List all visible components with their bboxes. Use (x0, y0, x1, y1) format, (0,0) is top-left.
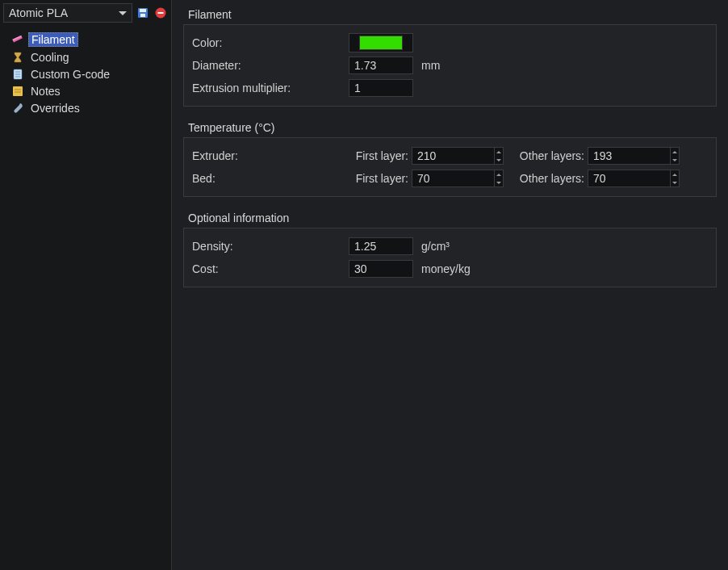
color-label: Color: (192, 36, 349, 49)
sidebar-item-label: Notes (28, 85, 63, 98)
svg-rect-1 (140, 9, 146, 12)
section-optional: Density: g/cm³ Cost: money/kg (183, 228, 717, 287)
first-layer-label: First layer: (349, 149, 412, 162)
toolbar: Atomic PLA (0, 0, 171, 26)
diameter-label: Diameter: (192, 59, 349, 72)
hourglass-icon (11, 51, 24, 64)
sidebar-item-cooling[interactable]: Cooling (8, 49, 165, 65)
spinner-buttons (494, 170, 503, 187)
spin-down-icon[interactable] (495, 178, 503, 187)
section-title-filament: Filament (183, 8, 717, 21)
first-layer-label: First layer: (349, 172, 412, 185)
cost-label: Cost: (192, 262, 349, 275)
minus-circle-icon (154, 6, 167, 19)
extruder-other-input[interactable] (588, 148, 670, 164)
cost-unit: money/kg (421, 262, 471, 275)
section-temperature: Extruder: First layer: Other layers: Be (183, 137, 717, 197)
bed-first-input[interactable] (412, 170, 494, 187)
preset-name: Atomic PLA (9, 6, 68, 19)
color-swatch (359, 36, 403, 50)
density-label: Density: (192, 240, 349, 253)
section-filament: Color: Diameter: mm Extrusion multiplier… (183, 24, 717, 107)
spinner-buttons (670, 170, 679, 187)
bed-label: Bed: (192, 172, 349, 185)
main-panel: Filament Color: Diameter: mm Extrusion m… (172, 0, 728, 570)
spin-down-icon[interactable] (671, 178, 679, 187)
spinner-buttons (494, 148, 503, 164)
sidebar-tree: Filament Cooling Custom G-code Notes Ove… (0, 26, 171, 122)
spin-up-icon[interactable] (495, 170, 503, 178)
diameter-unit: mm (421, 59, 440, 72)
document-icon (11, 68, 24, 81)
spin-down-icon[interactable] (671, 156, 679, 164)
spin-up-icon[interactable] (671, 170, 679, 178)
preset-dropdown[interactable]: Atomic PLA (3, 3, 132, 23)
extruder-first-spinner[interactable] (412, 147, 504, 165)
extruder-other-spinner[interactable] (588, 147, 680, 165)
sidebar: Atomic PLA Filament (0, 0, 172, 570)
chevron-down-icon (119, 11, 127, 15)
density-unit: g/cm³ (421, 240, 450, 253)
note-icon (11, 85, 24, 98)
bed-other-spinner[interactable] (588, 170, 680, 187)
other-layers-label: Other layers: (510, 149, 588, 162)
delete-button[interactable] (153, 6, 168, 20)
sidebar-item-label: Custom G-code (28, 68, 112, 81)
wrench-icon (11, 102, 24, 115)
section-title-optional: Optional information (183, 212, 717, 224)
section-title-temperature: Temperature (°C) (183, 121, 717, 134)
sidebar-item-filament[interactable]: Filament (8, 31, 165, 48)
other-layers-label: Other layers: (510, 172, 588, 185)
color-picker[interactable] (349, 33, 413, 52)
spin-up-icon[interactable] (495, 148, 503, 156)
extruder-label: Extruder: (192, 149, 349, 162)
floppy-disk-icon (136, 6, 149, 19)
cost-input[interactable] (349, 260, 413, 278)
extruder-first-input[interactable] (412, 148, 494, 164)
diameter-input[interactable] (349, 57, 413, 74)
sidebar-item-label: Filament (28, 32, 78, 47)
sidebar-item-label: Cooling (28, 51, 71, 64)
spin-up-icon[interactable] (671, 148, 679, 156)
bed-first-spinner[interactable] (412, 170, 504, 187)
sidebar-item-notes[interactable]: Notes (8, 83, 165, 99)
bed-other-input[interactable] (588, 170, 670, 187)
svg-rect-4 (158, 12, 164, 14)
sidebar-item-label: Overrides (28, 102, 82, 115)
spool-icon (11, 33, 24, 46)
density-input[interactable] (349, 237, 413, 255)
spin-down-icon[interactable] (495, 156, 503, 164)
spinner-buttons (670, 148, 679, 164)
sidebar-item-overrides[interactable]: Overrides (8, 100, 165, 116)
extrusion-input[interactable] (349, 79, 413, 97)
svg-rect-2 (140, 14, 145, 17)
svg-rect-11 (13, 86, 23, 96)
save-button[interactable] (136, 6, 150, 20)
sidebar-item-gcode[interactable]: Custom G-code (8, 66, 165, 82)
extrusion-label: Extrusion multiplier: (192, 82, 349, 94)
